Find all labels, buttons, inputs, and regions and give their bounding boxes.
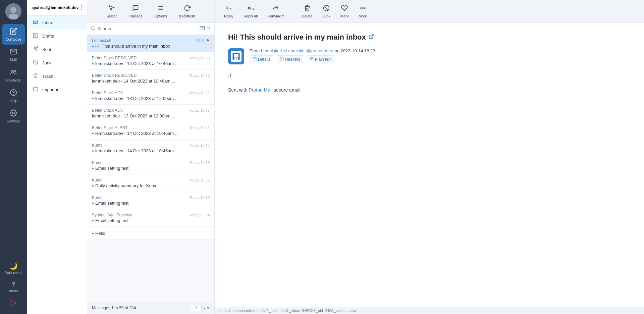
svg-line-18 [94, 29, 95, 30]
last-page-button[interactable]: » [207, 305, 210, 311]
next-page-button[interactable]: › [204, 305, 205, 311]
folder-item-trash[interactable]: Trash [27, 69, 87, 83]
select-button[interactable]: Select [104, 3, 119, 20]
proton-mail-link[interactable]: Proton Mail [249, 87, 272, 93]
junk-label: Junk [322, 14, 330, 18]
folder-item-junk[interactable]: Junk [27, 56, 87, 69]
delete-button[interactable]: Delete [299, 3, 315, 20]
sidebar-item-logout[interactable] [2, 296, 25, 311]
envelope-filter-icon[interactable] [200, 25, 205, 32]
message-list-toolbar: Select Threads Options [87, 0, 214, 23]
page-input[interactable] [191, 305, 202, 311]
message-sender: Kumo [92, 143, 102, 148]
email-subject: Hi! This should arrive in my main inbox [228, 33, 631, 42]
list-item[interactable]: Kumo Today 10:32 ● Daily activity summar… [87, 174, 214, 192]
message-subject: ● Daily activity summary for Kumo [92, 183, 210, 188]
folder-item-inbox[interactable]: Inbox [27, 16, 87, 29]
message-sender-row: Kumo Today 10:30 [92, 195, 210, 200]
list-item[interactable]: Better Stack ACK Today 10:57 lemniskett.… [87, 105, 214, 122]
options-button[interactable]: Options [152, 3, 170, 20]
mark-button[interactable]: Mark [338, 3, 351, 20]
unread-dot: ● [92, 166, 94, 170]
search-input[interactable] [97, 26, 198, 31]
reply-all-icon [247, 5, 254, 13]
list-item[interactable]: Kumo Today 10:30 ● Email setting test [87, 192, 214, 209]
details-label: Details [258, 57, 270, 62]
forward-label: Forward [268, 14, 281, 18]
list-item[interactable]: Lemniskett 3 KB ⚑ ● Hi! This should arri… [87, 35, 214, 52]
folder-item-sent[interactable]: Sent [27, 43, 87, 56]
external-link-icon[interactable] [369, 34, 374, 41]
refresh-icon [184, 5, 191, 13]
message-sender-row: Kumo Today 10:32 [92, 178, 210, 182]
folder-item-drafts[interactable]: Drafts [27, 29, 87, 43]
sidebar-item-help[interactable]: Help [2, 86, 25, 106]
message-time: Today 10:57 [190, 91, 210, 95]
sidebar-item-about[interactable]: ? About [2, 278, 25, 296]
list-item[interactable]: Better Stack RESOLVED Today 10:58 ● lemn… [87, 52, 214, 70]
list-item[interactable]: Better Stack ACK Today 10:57 ● lemnisket… [87, 87, 214, 105]
list-item[interactable]: Kumo Today 10:43 ● lemniskett.dev - 14 O… [87, 140, 214, 157]
reply-label: Reply [224, 14, 233, 18]
folder-more-button[interactable]: ⋮ [78, 4, 85, 11]
headers-button[interactable]: Headers [277, 55, 303, 63]
headers-label: Headers [285, 57, 300, 62]
message-sender-row: Syahrial Agni Prasetya Today 09:54 [92, 213, 210, 217]
sidebar-item-contacts[interactable]: Contacts [2, 65, 25, 86]
help-icon [10, 89, 17, 97]
message-time: Today 10:35 [190, 161, 210, 165]
chevron-down-icon[interactable] [206, 25, 211, 32]
reply-all-button[interactable]: Reply all [241, 3, 260, 20]
forward-button[interactable]: Forward ▾ [265, 2, 286, 20]
junk-icon [323, 5, 330, 13]
list-item[interactable]: Syahrial Agni Prasetya Today 09:54 ● Ema… [87, 209, 214, 227]
forward-dropdown-icon[interactable]: ▾ [282, 14, 284, 18]
headers-icon [280, 57, 284, 62]
settings-icon [10, 109, 17, 118]
inbox-icon [32, 19, 39, 26]
reply-icon [225, 5, 232, 13]
sidebar-item-darkmode[interactable]: 🌙 Dark mode [2, 259, 25, 278]
message-sender-row: Kumo Today 10:43 [92, 143, 210, 148]
plain-text-icon [310, 57, 314, 62]
folder-item-important[interactable]: Important [27, 83, 87, 96]
sender-link[interactable]: Lemniskett <Lemniskett@proton.me> [261, 48, 333, 53]
sidebar-item-compose[interactable]: Compose [2, 24, 25, 45]
folder-header: syahrial@lemniskett.dev ⋮ [27, 0, 87, 16]
folder-label-junk: Junk [42, 60, 51, 65]
list-item[interactable]: Better Stack ALERT Today 10:46 ● lemnisk… [87, 122, 214, 140]
delete-label: Delete [302, 14, 313, 18]
options-icon [157, 5, 164, 13]
message-subject: ● Email setting test [92, 218, 210, 223]
email-body-line2: Sent with Proton Mail secure email. [228, 86, 631, 94]
refresh-button[interactable]: 8 Refresh [176, 3, 198, 20]
message-time: Today 09:54 [190, 213, 210, 217]
message-time: Today 10:32 [190, 178, 210, 182]
email-view-panel: Reply Reply all Forward ▾ [215, 0, 644, 314]
list-item[interactable]: Kumo Today 10:35 ● Email setting test [87, 157, 214, 174]
details-button[interactable]: Details [250, 55, 273, 63]
more-icon [360, 5, 366, 13]
svg-point-1 [10, 7, 16, 13]
from-label: From [250, 48, 261, 53]
select-icon [108, 5, 115, 13]
junk-button[interactable]: Junk [320, 3, 333, 20]
more-button[interactable]: More [356, 3, 370, 20]
list-item[interactable]: Better Stack RESOLVED Today 10:58 lemnis… [87, 70, 214, 87]
email-body-line1: :) [228, 71, 631, 78]
svg-point-24 [364, 7, 365, 8]
sidebar-item-settings[interactable]: Settings [2, 106, 25, 126]
plain-text-button[interactable]: Plain text [307, 55, 334, 63]
threads-button[interactable]: Threads [126, 3, 145, 20]
list-item[interactable]: ● Hello! [87, 227, 214, 240]
email-subject-text: Hi! This should arrive in my main inbox [228, 33, 366, 42]
message-subject: ● Email setting test [92, 201, 210, 206]
mark-label: Mark [340, 14, 348, 18]
sent-icon [32, 46, 39, 53]
sidebar-item-mail[interactable]: Mail [2, 45, 25, 65]
flag-icon: ⚑ [206, 38, 210, 43]
message-sender-row: Better Stack ACK Today 10:57 [92, 91, 210, 95]
reply-button[interactable]: Reply [221, 3, 236, 20]
email-meta: From Lemniskett <Lemniskett@proton.me> o… [228, 48, 631, 64]
folder-label-inbox: Inbox [42, 20, 53, 25]
